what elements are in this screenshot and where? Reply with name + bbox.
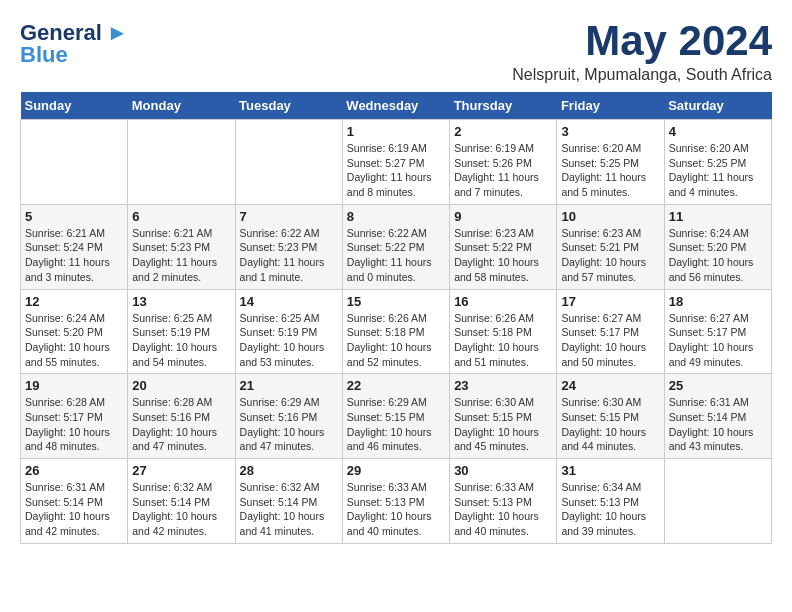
calendar-cell: 16Sunrise: 6:26 AM Sunset: 5:18 PM Dayli… xyxy=(450,289,557,374)
day-number: 12 xyxy=(25,294,123,309)
calendar-cell: 25Sunrise: 6:31 AM Sunset: 5:14 PM Dayli… xyxy=(664,374,771,459)
header-saturday: Saturday xyxy=(664,92,771,120)
day-number: 27 xyxy=(132,463,230,478)
day-info: Sunrise: 6:23 AM Sunset: 5:21 PM Dayligh… xyxy=(561,226,659,285)
logo: General ► Blue xyxy=(20,20,128,68)
day-number: 23 xyxy=(454,378,552,393)
day-number: 30 xyxy=(454,463,552,478)
day-info: Sunrise: 6:33 AM Sunset: 5:13 PM Dayligh… xyxy=(454,480,552,539)
calendar-cell xyxy=(235,120,342,205)
day-info: Sunrise: 6:26 AM Sunset: 5:18 PM Dayligh… xyxy=(347,311,445,370)
calendar-cell: 27Sunrise: 6:32 AM Sunset: 5:14 PM Dayli… xyxy=(128,459,235,544)
calendar-cell xyxy=(21,120,128,205)
day-number: 11 xyxy=(669,209,767,224)
logo-general: General xyxy=(20,20,102,45)
day-info: Sunrise: 6:22 AM Sunset: 5:22 PM Dayligh… xyxy=(347,226,445,285)
day-info: Sunrise: 6:21 AM Sunset: 5:24 PM Dayligh… xyxy=(25,226,123,285)
calendar-cell: 26Sunrise: 6:31 AM Sunset: 5:14 PM Dayli… xyxy=(21,459,128,544)
day-number: 26 xyxy=(25,463,123,478)
calendar-cell xyxy=(664,459,771,544)
calendar-cell: 5Sunrise: 6:21 AM Sunset: 5:24 PM Daylig… xyxy=(21,204,128,289)
calendar-cell: 18Sunrise: 6:27 AM Sunset: 5:17 PM Dayli… xyxy=(664,289,771,374)
day-info: Sunrise: 6:28 AM Sunset: 5:17 PM Dayligh… xyxy=(25,395,123,454)
calendar-table: Sunday Monday Tuesday Wednesday Thursday… xyxy=(20,92,772,544)
day-info: Sunrise: 6:28 AM Sunset: 5:16 PM Dayligh… xyxy=(132,395,230,454)
calendar-cell: 15Sunrise: 6:26 AM Sunset: 5:18 PM Dayli… xyxy=(342,289,449,374)
day-info: Sunrise: 6:29 AM Sunset: 5:15 PM Dayligh… xyxy=(347,395,445,454)
day-info: Sunrise: 6:19 AM Sunset: 5:27 PM Dayligh… xyxy=(347,141,445,200)
day-number: 13 xyxy=(132,294,230,309)
day-number: 31 xyxy=(561,463,659,478)
day-number: 22 xyxy=(347,378,445,393)
calendar-cell: 30Sunrise: 6:33 AM Sunset: 5:13 PM Dayli… xyxy=(450,459,557,544)
page-container: General ► Blue May 2024 Nelspruit, Mpuma… xyxy=(0,0,792,554)
day-number: 1 xyxy=(347,124,445,139)
calendar-week-1: 1Sunrise: 6:19 AM Sunset: 5:27 PM Daylig… xyxy=(21,120,772,205)
day-info: Sunrise: 6:20 AM Sunset: 5:25 PM Dayligh… xyxy=(561,141,659,200)
day-info: Sunrise: 6:27 AM Sunset: 5:17 PM Dayligh… xyxy=(561,311,659,370)
header-wednesday: Wednesday xyxy=(342,92,449,120)
day-info: Sunrise: 6:32 AM Sunset: 5:14 PM Dayligh… xyxy=(132,480,230,539)
day-number: 20 xyxy=(132,378,230,393)
day-info: Sunrise: 6:29 AM Sunset: 5:16 PM Dayligh… xyxy=(240,395,338,454)
calendar-cell: 8Sunrise: 6:22 AM Sunset: 5:22 PM Daylig… xyxy=(342,204,449,289)
day-number: 14 xyxy=(240,294,338,309)
day-info: Sunrise: 6:30 AM Sunset: 5:15 PM Dayligh… xyxy=(454,395,552,454)
header-tuesday: Tuesday xyxy=(235,92,342,120)
day-info: Sunrise: 6:26 AM Sunset: 5:18 PM Dayligh… xyxy=(454,311,552,370)
calendar-cell: 7Sunrise: 6:22 AM Sunset: 5:23 PM Daylig… xyxy=(235,204,342,289)
day-info: Sunrise: 6:32 AM Sunset: 5:14 PM Dayligh… xyxy=(240,480,338,539)
day-number: 29 xyxy=(347,463,445,478)
day-number: 18 xyxy=(669,294,767,309)
calendar-cell: 4Sunrise: 6:20 AM Sunset: 5:25 PM Daylig… xyxy=(664,120,771,205)
calendar-cell: 23Sunrise: 6:30 AM Sunset: 5:15 PM Dayli… xyxy=(450,374,557,459)
day-info: Sunrise: 6:31 AM Sunset: 5:14 PM Dayligh… xyxy=(669,395,767,454)
calendar-cell: 17Sunrise: 6:27 AM Sunset: 5:17 PM Dayli… xyxy=(557,289,664,374)
logo-arrow-icon: ► xyxy=(106,20,128,45)
day-number: 5 xyxy=(25,209,123,224)
calendar-body: 1Sunrise: 6:19 AM Sunset: 5:27 PM Daylig… xyxy=(21,120,772,544)
header-friday: Friday xyxy=(557,92,664,120)
day-number: 3 xyxy=(561,124,659,139)
day-number: 4 xyxy=(669,124,767,139)
day-number: 17 xyxy=(561,294,659,309)
calendar-cell: 11Sunrise: 6:24 AM Sunset: 5:20 PM Dayli… xyxy=(664,204,771,289)
day-number: 24 xyxy=(561,378,659,393)
day-number: 15 xyxy=(347,294,445,309)
day-number: 28 xyxy=(240,463,338,478)
calendar-cell: 6Sunrise: 6:21 AM Sunset: 5:23 PM Daylig… xyxy=(128,204,235,289)
day-info: Sunrise: 6:24 AM Sunset: 5:20 PM Dayligh… xyxy=(669,226,767,285)
calendar-week-2: 5Sunrise: 6:21 AM Sunset: 5:24 PM Daylig… xyxy=(21,204,772,289)
day-info: Sunrise: 6:20 AM Sunset: 5:25 PM Dayligh… xyxy=(669,141,767,200)
day-info: Sunrise: 6:24 AM Sunset: 5:20 PM Dayligh… xyxy=(25,311,123,370)
calendar-cell: 9Sunrise: 6:23 AM Sunset: 5:22 PM Daylig… xyxy=(450,204,557,289)
calendar-cell: 29Sunrise: 6:33 AM Sunset: 5:13 PM Dayli… xyxy=(342,459,449,544)
calendar-cell: 19Sunrise: 6:28 AM Sunset: 5:17 PM Dayli… xyxy=(21,374,128,459)
calendar-cell: 12Sunrise: 6:24 AM Sunset: 5:20 PM Dayli… xyxy=(21,289,128,374)
month-title: May 2024 xyxy=(512,20,772,62)
calendar-cell: 10Sunrise: 6:23 AM Sunset: 5:21 PM Dayli… xyxy=(557,204,664,289)
day-number: 10 xyxy=(561,209,659,224)
weekday-header-row: Sunday Monday Tuesday Wednesday Thursday… xyxy=(21,92,772,120)
day-number: 19 xyxy=(25,378,123,393)
day-info: Sunrise: 6:25 AM Sunset: 5:19 PM Dayligh… xyxy=(240,311,338,370)
day-info: Sunrise: 6:19 AM Sunset: 5:26 PM Dayligh… xyxy=(454,141,552,200)
day-info: Sunrise: 6:30 AM Sunset: 5:15 PM Dayligh… xyxy=(561,395,659,454)
calendar-cell: 20Sunrise: 6:28 AM Sunset: 5:16 PM Dayli… xyxy=(128,374,235,459)
day-info: Sunrise: 6:21 AM Sunset: 5:23 PM Dayligh… xyxy=(132,226,230,285)
day-number: 8 xyxy=(347,209,445,224)
calendar-cell: 24Sunrise: 6:30 AM Sunset: 5:15 PM Dayli… xyxy=(557,374,664,459)
calendar-week-4: 19Sunrise: 6:28 AM Sunset: 5:17 PM Dayli… xyxy=(21,374,772,459)
day-info: Sunrise: 6:27 AM Sunset: 5:17 PM Dayligh… xyxy=(669,311,767,370)
calendar-cell: 22Sunrise: 6:29 AM Sunset: 5:15 PM Dayli… xyxy=(342,374,449,459)
day-number: 16 xyxy=(454,294,552,309)
day-info: Sunrise: 6:25 AM Sunset: 5:19 PM Dayligh… xyxy=(132,311,230,370)
header-monday: Monday xyxy=(128,92,235,120)
title-area: May 2024 Nelspruit, Mpumalanga, South Af… xyxy=(512,20,772,84)
day-number: 6 xyxy=(132,209,230,224)
calendar-week-3: 12Sunrise: 6:24 AM Sunset: 5:20 PM Dayli… xyxy=(21,289,772,374)
calendar-cell: 2Sunrise: 6:19 AM Sunset: 5:26 PM Daylig… xyxy=(450,120,557,205)
calendar-cell: 21Sunrise: 6:29 AM Sunset: 5:16 PM Dayli… xyxy=(235,374,342,459)
header-sunday: Sunday xyxy=(21,92,128,120)
calendar-cell: 1Sunrise: 6:19 AM Sunset: 5:27 PM Daylig… xyxy=(342,120,449,205)
